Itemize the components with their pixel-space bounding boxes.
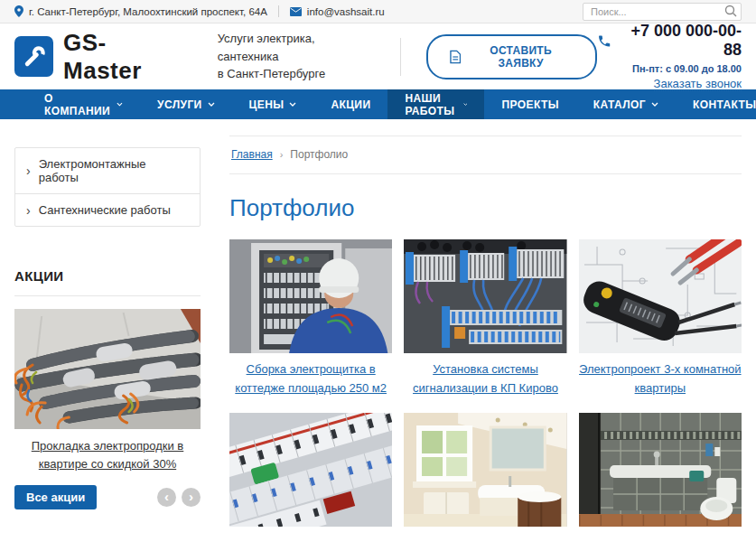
email-text: info@vashsait.ru <box>307 6 385 17</box>
cables-in-corrugated-tubes-photo <box>14 309 201 429</box>
leave-request-label: ОСТАВИТЬ ЗАЯВКУ <box>468 44 574 70</box>
search-input[interactable] <box>583 3 742 21</box>
nav-item-our-works[interactable]: НАШИ РАБОТЫ <box>387 89 484 119</box>
circuit-breakers-closeup-photo <box>229 413 392 527</box>
chevron-down-icon <box>208 102 215 107</box>
sidebar-item-label: Сантехнические работы <box>39 203 171 217</box>
search-icon <box>724 5 737 17</box>
arrow-right-icon: › <box>189 490 193 503</box>
nav-label: АКЦИИ <box>331 98 370 111</box>
logo-mark <box>14 36 53 77</box>
carousel-prev-button[interactable]: ‹ <box>157 488 176 507</box>
tagline: Услуги электрика, сантехника в Санкт-Пет… <box>218 30 373 83</box>
portfolio-card: Сборка электрощитка в коттедже площадью … <box>229 239 392 398</box>
search-box <box>583 3 742 21</box>
nav-item-catalog[interactable]: КАТАЛОГ <box>576 89 676 119</box>
sidebar-item-label: Электромонтажные работы <box>39 157 189 184</box>
nav-item-projects[interactable]: ПРОЕКТЫ <box>484 89 575 119</box>
header-divider <box>400 38 401 76</box>
sidebar: › Электромонтажные работы › Сантехническ… <box>14 136 201 542</box>
portfolio-card <box>579 413 742 527</box>
promo-carousel-arrows: ‹ › <box>157 488 201 507</box>
portfolio-thumb-tiled-bathroom[interactable] <box>579 413 742 527</box>
tagline-line1: Услуги электрика, сантехника <box>218 30 373 65</box>
tiled-bathroom-photo <box>579 413 742 527</box>
working-hours: Пн-пт: с 09.00 до 18.00 <box>597 63 742 74</box>
electrician-at-panel-photo <box>229 239 392 353</box>
portfolio-thumb-bright-bathroom[interactable] <box>404 413 566 527</box>
location-pin-icon <box>14 5 23 17</box>
portfolio-card: Установка системы сигнализации в КП Киро… <box>404 239 566 398</box>
sidebar-menu: › Электромонтажные работы › Сантехническ… <box>14 147 201 227</box>
chevron-down-icon <box>463 102 468 107</box>
wrench-icon <box>21 43 48 70</box>
nav-item-contacts[interactable]: КОНТАКТЫ <box>676 89 756 119</box>
nav-label: КОНТАКТЫ <box>693 98 756 111</box>
nav-label: О КОМПАНИИ <box>44 92 111 117</box>
arrow-left-icon: ‹ <box>164 490 169 503</box>
promo-link[interactable]: Прокладка электропродки в квартире со ск… <box>14 437 201 473</box>
nav-item-promotions[interactable]: АКЦИИ <box>313 89 387 119</box>
portfolio-card <box>404 413 566 527</box>
main-area: Главная › Портфолио Портфолио <box>229 136 742 542</box>
header-contacts: +7 000 000-00-88 Пн-пт: с 09.00 до 18.00… <box>597 22 742 91</box>
portfolio-caption[interactable]: Установка системы сигнализации в КП Киро… <box>404 360 566 398</box>
portfolio-card <box>229 413 392 527</box>
chevron-down-icon <box>651 102 658 107</box>
nav-label: КАТАЛОГ <box>593 98 646 111</box>
address-group: г. Санкт-Петербург, Малоохтинский проспе… <box>14 5 267 17</box>
portfolio-thumb-terminal-blocks[interactable] <box>404 239 566 353</box>
tester-on-blueprints-photo <box>579 239 742 353</box>
portfolio-caption[interactable]: Сборка электрощитка в коттедже площадью … <box>229 360 392 398</box>
chevron-down-icon <box>289 102 296 107</box>
phone-number: +7 000 000-00-88 <box>619 22 742 60</box>
nav-item-prices[interactable]: ЦЕНЫ <box>232 89 314 119</box>
nav-label: НАШИ РАБОТЫ <box>405 92 457 117</box>
nav-item-company[interactable]: О КОМПАНИИ <box>27 89 140 119</box>
sidebar-item-electrical-works[interactable]: › Электромонтажные работы <box>15 148 200 193</box>
portfolio-thumb-tester-blueprints[interactable] <box>579 239 742 353</box>
terminal-blocks-wiring-photo <box>404 239 566 353</box>
breadcrumb-home-link[interactable]: Главная <box>231 148 273 161</box>
promotions-title: АКЦИИ <box>14 268 201 284</box>
nav-label: ПРОЕКТЫ <box>501 98 558 111</box>
breadcrumb-separator: › <box>280 149 284 160</box>
topbar: г. Санкт-Петербург, Малоохтинский проспе… <box>0 0 756 23</box>
search-button[interactable] <box>723 5 738 19</box>
portfolio-thumb-breakers-closeup[interactable] <box>229 413 392 527</box>
nav-item-services[interactable]: УСЛУГИ <box>140 89 232 119</box>
all-promotions-button[interactable]: Все акции <box>14 485 97 509</box>
breadcrumb-current: Портфолио <box>290 148 348 161</box>
chevron-down-icon <box>117 102 123 107</box>
nav-label: УСЛУГИ <box>157 98 202 111</box>
document-icon <box>450 50 461 64</box>
breadcrumb: Главная › Портфолио <box>229 136 742 174</box>
promo-controls: Все акции ‹ › <box>14 485 201 509</box>
phone-row: +7 000 000-00-88 <box>597 22 742 60</box>
email-link[interactable]: info@vashsait.ru <box>290 6 385 17</box>
page-title: Портфолио <box>229 194 742 222</box>
nav-label: ЦЕНЫ <box>249 98 285 111</box>
portfolio-caption[interactable]: Электропроект 3-х комнатной квартиры <box>579 360 742 398</box>
chevron-right-icon: › <box>26 204 31 217</box>
bright-bathroom-photo <box>404 413 566 527</box>
leave-request-button[interactable]: ОСТАВИТЬ ЗАЯВКУ <box>426 34 598 79</box>
main-nav: О КОМПАНИИ УСЛУГИ ЦЕНЫ АКЦИИ НАШИ РАБОТЫ… <box>0 89 756 119</box>
logo[interactable]: GS-Master <box>14 29 180 85</box>
portfolio-grid: Сборка электрощитка в коттедже площадью … <box>229 239 742 527</box>
topbar-divider <box>278 5 279 17</box>
envelope-icon <box>290 7 302 16</box>
chevron-right-icon: › <box>26 164 31 177</box>
header: GS-Master Услуги электрика, сантехника в… <box>0 23 756 89</box>
sidebar-item-plumbing-works[interactable]: › Сантехнические работы <box>15 193 200 226</box>
portfolio-card: Электропроект 3-х комнатной квартиры <box>579 239 742 398</box>
content: › Электромонтажные работы › Сантехническ… <box>0 119 756 542</box>
divider <box>14 295 201 296</box>
portfolio-thumb-electrician-panel[interactable] <box>229 239 392 353</box>
carousel-next-button[interactable]: › <box>182 488 201 507</box>
promo-image-cables[interactable] <box>14 309 201 429</box>
phone-icon <box>597 33 611 49</box>
address-text: г. Санкт-Петербург, Малоохтинский проспе… <box>29 6 267 17</box>
logo-text: GS-Master <box>63 29 180 85</box>
promotions-widget: АКЦИИ <box>14 268 201 509</box>
